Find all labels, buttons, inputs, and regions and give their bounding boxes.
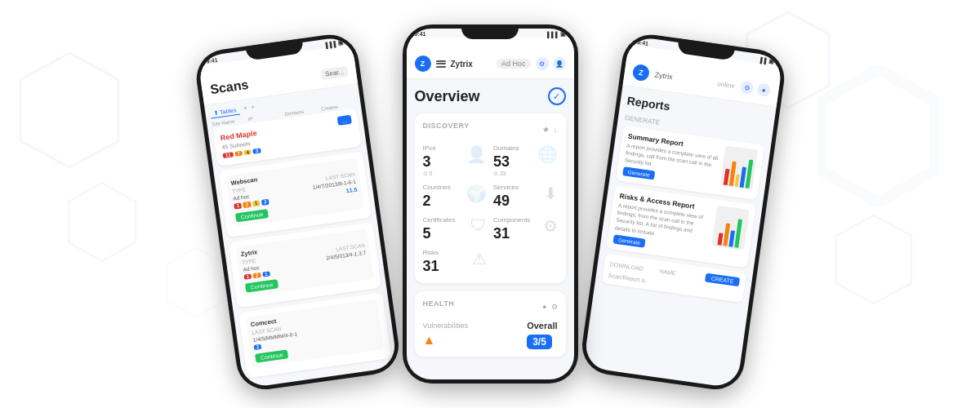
battery-icon-c: ▣ bbox=[560, 31, 566, 38]
bz-blue: 1 bbox=[261, 271, 270, 277]
bc-blue: 2 bbox=[253, 344, 261, 350]
health-score-col: Overall 3/5 bbox=[527, 321, 557, 348]
scans-body[interactable]: ⬆ Tables ▾ ✦ Site Name IP Domains Create… bbox=[204, 84, 398, 388]
disc-item-services: Services 49 ⬇ bbox=[493, 184, 558, 210]
disc-icon-components: ⚙ bbox=[543, 216, 558, 236]
check-icon: ✓ bbox=[548, 87, 566, 105]
overview-body[interactable]: Overview ✓ Discovery ★ ↓ bbox=[407, 79, 574, 379]
chart-bar-r3 bbox=[728, 231, 735, 248]
report-card-text-summary: Summary Report A report provides a compl… bbox=[622, 132, 720, 189]
status-icons-center: ▐▐▐ ▣ bbox=[546, 31, 566, 38]
create-button[interactable]: CREATE bbox=[705, 273, 740, 286]
chart-bar-r4 bbox=[734, 220, 742, 248]
scan-card-comcect: Comcect LAST SCAN 1/4/5/MMMM/4-0-1 2 Con… bbox=[238, 292, 391, 378]
discovery-section: Discovery ★ ↓ IPv4 3 ⊙ 0 👤 bbox=[415, 113, 566, 283]
overview-title-row: Overview ✓ bbox=[415, 87, 566, 105]
left-phone: 9:41 ▐▐▐ ▣ Scans Sear... ⬆ Tables ▾ ✦ bbox=[193, 31, 403, 393]
chart-summary bbox=[719, 145, 758, 190]
badge-yellow: 4 bbox=[243, 149, 252, 155]
hamburger-icon[interactable] bbox=[436, 60, 446, 68]
right-phone: 9:41 ▐▐ ▣ Z Zytrix online ⚙ ● Reports bbox=[578, 31, 788, 393]
disc-item-countries: Countries 2 🌍 bbox=[423, 184, 488, 210]
status-time-center: 9:41 bbox=[415, 31, 426, 38]
disc-item-components: Components 31 ⚙ bbox=[493, 216, 558, 242]
signal-icon-c: ▐▐▐ bbox=[546, 32, 558, 38]
health-vuln-label: Vulnerabilities bbox=[423, 322, 469, 330]
header-brand: Zytrix bbox=[451, 60, 492, 69]
continue-button-comcect[interactable]: Continue bbox=[255, 349, 288, 362]
overview-title: Overview bbox=[415, 88, 480, 105]
discovery-header-row: Discovery ★ ↓ bbox=[423, 122, 558, 136]
health-section: Health ● ⚙ Vulnerabilities ▲ bbox=[415, 291, 566, 357]
health-label: Health bbox=[423, 299, 455, 308]
center-phone: 9:41 ▐▐▐ ▣ Z Zytrix Ad Hoc ⚙ 👤 bbox=[403, 24, 578, 384]
type-label-z: TYPE bbox=[241, 258, 256, 265]
continue-button-zytrix[interactable]: Continue bbox=[244, 279, 278, 292]
chart-bar-5 bbox=[745, 160, 753, 188]
health-header-row: Health ● ⚙ bbox=[423, 299, 558, 314]
signal-icon-r: ▐▐ bbox=[758, 56, 767, 63]
vuln-section-comcect: Comcect LAST SCAN 1/4/5/MMMM/4-0-1 2 Con… bbox=[245, 299, 383, 367]
disc-icon-certs: 🛡 bbox=[470, 216, 487, 235]
chart-risks bbox=[711, 206, 750, 251]
continue-button-webscan[interactable]: Continue bbox=[234, 209, 268, 222]
right-phone-screen: 9:41 ▐▐ ▣ Z Zytrix online ⚙ ● Reports bbox=[583, 36, 783, 388]
reports-body[interactable]: Reports Generate Summary Report A report… bbox=[583, 86, 777, 388]
disc-item-certificates: Certificates 5 🛡 bbox=[423, 216, 488, 242]
reports-brand: Zytrix bbox=[654, 70, 715, 86]
scans-search-button[interactable]: Sear... bbox=[320, 65, 349, 79]
signal-icon: ▐▐▐ bbox=[323, 41, 336, 48]
reports-settings-icon[interactable]: ⚙ bbox=[739, 80, 754, 95]
scan-tab-tables[interactable]: ⬆ Tables bbox=[209, 106, 239, 119]
disc-icon-services: ⬇ bbox=[544, 184, 558, 203]
reports-adhoc: online bbox=[716, 80, 734, 90]
disc-icon-risks: ⚠ bbox=[472, 249, 487, 268]
discovery-label: Discovery bbox=[423, 122, 470, 130]
app-logo-right: Z bbox=[631, 64, 650, 82]
health-gear-icon[interactable]: ⚙ bbox=[551, 303, 558, 311]
health-dot-icon[interactable]: ● bbox=[542, 303, 546, 311]
chart-bar-3 bbox=[734, 174, 740, 187]
battery-icon: ▣ bbox=[337, 39, 344, 47]
report-card-risks: Risks & Access Report A report provides … bbox=[606, 185, 755, 268]
chart-bar-1 bbox=[723, 169, 729, 185]
score-webscan: 11.5 bbox=[345, 187, 357, 194]
disc-sub-ipv4: ⊙ 0 bbox=[423, 171, 488, 177]
vuln-section-webscan: Webscan TYPE LAST SCAN Ad hoc 1/4/7/2013… bbox=[225, 157, 363, 227]
star-icon[interactable]: ★ bbox=[542, 125, 550, 134]
user-icon[interactable]: 👤 bbox=[553, 57, 566, 70]
reports-user-icon[interactable]: ● bbox=[756, 82, 771, 97]
disc-sub-domains: ⊙ 33 bbox=[493, 171, 558, 177]
disc-item-risks: Risks 31 ⚠ bbox=[423, 249, 488, 275]
disc-icon-countries: 🌍 bbox=[466, 184, 487, 203]
generate-btn-risks[interactable]: Generate bbox=[612, 234, 645, 247]
b-blue: 2 bbox=[261, 199, 269, 206]
badge-blue: 3 bbox=[252, 148, 261, 153]
phones-container: 9:41 ▐▐▐ ▣ Scans Sear... ⬆ Tables ▾ ✦ bbox=[0, 0, 980, 408]
reports-header-icons: ⚙ ● bbox=[739, 80, 771, 97]
disc-item-domains: Domains 53 ⊙ 33 🌐 bbox=[493, 144, 558, 177]
discovery-actions: ★ ↓ bbox=[542, 125, 558, 134]
b-red: 1 bbox=[234, 202, 242, 209]
overview-header: Z Zytrix Ad Hoc ⚙ 👤 bbox=[407, 38, 574, 79]
health-overall-label: Overall bbox=[527, 321, 557, 330]
hamburger-line-3 bbox=[436, 66, 446, 68]
generate-btn-summary[interactable]: Generate bbox=[622, 166, 655, 180]
vuln-alert-icon: ▲ bbox=[423, 333, 436, 348]
header-adhoc: Ad Hoc bbox=[497, 59, 531, 69]
b-orange: 2 bbox=[243, 202, 251, 208]
scans-title: Scans bbox=[209, 78, 249, 97]
settings-icon[interactable]: ⚙ bbox=[536, 57, 549, 70]
header-icons: ⚙ 👤 bbox=[536, 57, 566, 70]
disc-item-ipv4: IPv4 3 ⊙ 0 👤 bbox=[423, 144, 488, 177]
health-actions: ● ⚙ bbox=[542, 303, 557, 311]
health-overall: Vulnerabilities ▲ Overall 3/5 bbox=[423, 321, 558, 348]
scan-card-webscan: Webscan TYPE LAST SCAN Ad hoc 1/4/7/2013… bbox=[218, 151, 372, 237]
hamburger-line-1 bbox=[436, 60, 446, 62]
download-icon[interactable]: ↓ bbox=[554, 125, 558, 134]
battery-icon-r: ▣ bbox=[768, 58, 774, 65]
scan-button-redmaple[interactable]: … bbox=[336, 115, 351, 126]
adhoc-z: Ad hoc bbox=[243, 264, 260, 273]
health-vuln-col: Vulnerabilities ▲ bbox=[423, 322, 469, 348]
chart-bar-r1 bbox=[717, 233, 723, 246]
